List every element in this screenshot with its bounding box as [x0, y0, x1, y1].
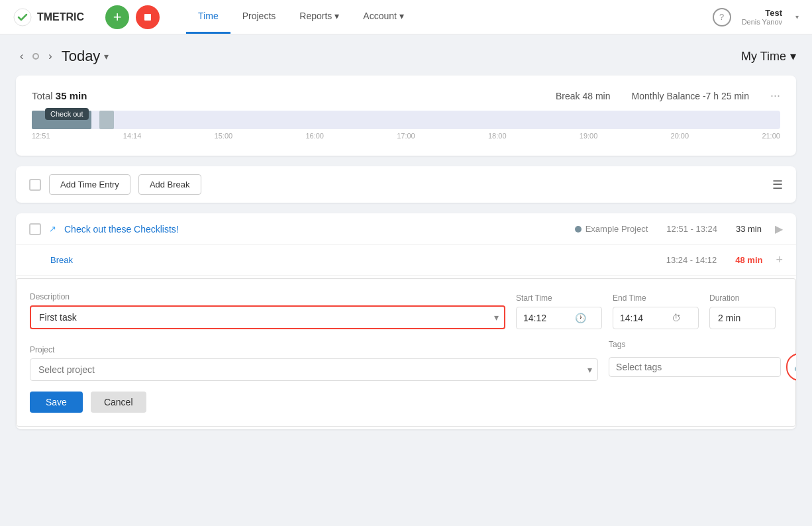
entries-card: ↗ Check out these Checklists! Example Pr… [16, 213, 796, 429]
date-navigation: ‹ › Today ▾ My Time ▾ [16, 48, 796, 65]
select-all-checkbox[interactable] [29, 179, 41, 191]
break-time-range: 13:24 - 14:12 [666, 255, 717, 265]
timeline-label: 21:00 [762, 132, 780, 140]
project-select-input[interactable] [30, 359, 582, 380]
entry-checkbox[interactable] [29, 223, 41, 235]
more-options-button[interactable]: ··· [770, 89, 780, 103]
timeline-label: 17:00 [397, 132, 415, 140]
timeline-label: 20:00 [671, 132, 689, 140]
reports-chevron-icon: ▾ [334, 11, 339, 21]
timeline: Check out 12:51 14:14 15:00 16:00 17:00 … [32, 111, 780, 150]
link-icon: 🔗 [794, 362, 796, 372]
nav-item-account[interactable]: Account ▾ [351, 0, 416, 34]
start-time-wrapper: 🕐 [516, 307, 602, 329]
project-chevron-icon[interactable]: ▾ [582, 359, 597, 380]
project-select-wrapper: ▾ [30, 358, 598, 381]
end-time-input[interactable] [613, 307, 666, 329]
entry-title[interactable]: Check out these Checklists! [64, 224, 179, 235]
add-break-icon[interactable]: + [776, 253, 783, 267]
my-time-chevron-icon: ▾ [790, 49, 796, 64]
project-label: Project [30, 345, 598, 354]
user-menu[interactable]: Test Denis Yanov [742, 8, 782, 26]
list-view-icon[interactable]: ☰ [772, 178, 783, 192]
description-input-wrapper: ▾ [30, 305, 505, 329]
tags-label: Tags [609, 340, 782, 349]
entry-duration: 33 min [736, 224, 762, 234]
logo-icon [13, 8, 32, 26]
start-time-input[interactable] [517, 307, 570, 329]
navbar: TMETRIC + Time Projects Reports ▾ Accoun… [0, 0, 812, 34]
total-stat: Total 35 min [32, 90, 87, 101]
clock-icon: 🕐 [570, 309, 591, 327]
form-row-1: Description ▾ Start Time 🕐 End Time [30, 292, 782, 329]
end-time-label: End Time [613, 293, 699, 303]
stop-button[interactable] [136, 5, 160, 29]
timeline-label: 14:14 [123, 132, 142, 140]
monthly-stat: Monthly Balance -7 h 25 min [632, 91, 749, 101]
break-duration: 48 min [735, 255, 762, 265]
nav-item-time[interactable]: Time [186, 0, 230, 34]
prev-date-button[interactable]: ‹ [16, 48, 27, 65]
account-chevron-icon: ▾ [399, 11, 404, 21]
today-dot-button[interactable] [32, 53, 39, 60]
date-nav-left: ‹ › Today ▾ [16, 48, 109, 65]
description-group: Description ▾ [30, 292, 505, 329]
duration-group: Duration [709, 293, 782, 329]
nav-item-reports[interactable]: Reports ▾ [287, 0, 351, 34]
play-button[interactable]: ▶ [775, 223, 783, 235]
logo: TMETRIC [13, 8, 84, 26]
description-label: Description [30, 292, 505, 301]
next-date-button[interactable]: › [44, 48, 56, 65]
date-title[interactable]: Today ▾ [62, 48, 109, 65]
timeline-bar: Check out [32, 111, 780, 129]
table-row: ↗ Check out these Checklists! Example Pr… [16, 213, 796, 245]
end-clock-icon: ⏱ [666, 309, 686, 327]
form-row-2: Project ▾ Tags 🔗 ↗ [30, 340, 782, 381]
cancel-button[interactable]: Cancel [91, 392, 146, 413]
tags-row: 🔗 ↗ First task × [609, 353, 782, 381]
tags-input-wrapper [609, 357, 781, 377]
start-time-label: Start Time [516, 293, 602, 303]
svg-rect-1 [144, 14, 151, 21]
external-link-icon: ↗ [49, 224, 56, 234]
navbar-actions: + [105, 5, 160, 29]
duration-label: Duration [709, 293, 782, 303]
add-time-entry-button[interactable]: Add Time Entry [49, 174, 130, 195]
timeline-label: 19:00 [580, 132, 598, 140]
summary-top: Total 35 min Break 48 min Monthly Balanc… [32, 89, 780, 103]
break-stat: Break 48 min [556, 91, 611, 101]
form-actions: Save Cancel [30, 392, 782, 413]
user-name: Test [765, 8, 782, 18]
user-chevron-icon: ▾ [795, 13, 799, 21]
main-nav: Time Projects Reports ▾ Account ▾ [186, 0, 702, 34]
date-chevron-icon: ▾ [104, 51, 109, 62]
project-group: Project ▾ [30, 345, 598, 381]
description-input[interactable] [31, 307, 489, 328]
entry-time-range: 12:51 - 13:24 [666, 224, 717, 234]
duration-input[interactable] [709, 307, 776, 329]
add-break-button[interactable]: Add Break [138, 174, 201, 195]
timeline-segment-2 [99, 111, 115, 129]
timeline-label: 18:00 [488, 132, 507, 140]
project-dot-icon [575, 226, 582, 233]
user-sub: Denis Yanov [742, 18, 782, 26]
summary-stats: Break 48 min Monthly Balance -7 h 25 min… [556, 89, 780, 103]
nav-item-projects[interactable]: Projects [230, 0, 288, 34]
logo-text: TMETRIC [37, 11, 84, 23]
save-button[interactable]: Save [30, 392, 83, 413]
help-button[interactable]: ? [713, 8, 731, 26]
timeline-labels: 12:51 14:14 15:00 16:00 17:00 18:00 19:0… [32, 129, 780, 140]
my-time-button[interactable]: My Time ▾ [741, 49, 796, 64]
entry-project: Example Project [575, 224, 648, 234]
actions-bar: Add Time Entry Add Break ☰ [16, 166, 796, 203]
timeline-label: 15:00 [215, 132, 233, 140]
description-chevron-icon[interactable]: ▾ [489, 307, 504, 328]
edit-form: Description ▾ Start Time 🕐 End Time [16, 278, 796, 427]
page-content: ‹ › Today ▾ My Time ▾ Total 35 min Break… [0, 34, 812, 443]
tags-input[interactable] [616, 362, 682, 372]
timeline-label: 12:51 [32, 132, 50, 140]
summary-card: Total 35 min Break 48 min Monthly Balanc… [16, 76, 796, 156]
stop-icon [143, 13, 152, 22]
add-button[interactable]: + [105, 5, 129, 29]
checkout-tooltip: Check out [45, 108, 89, 120]
